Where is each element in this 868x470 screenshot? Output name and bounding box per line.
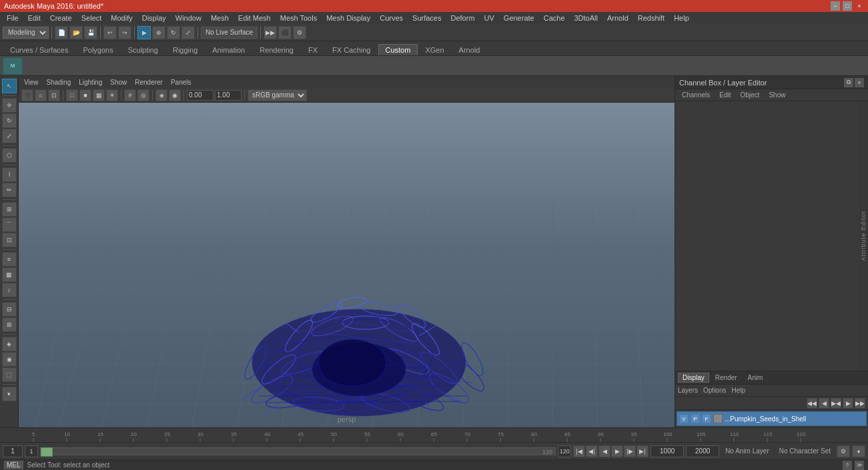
shelf-tab-polygons[interactable]: Polygons (75, 44, 120, 55)
layer-tab-display[interactable]: Display (678, 373, 709, 383)
maximize-button[interactable]: □ (843, 1, 852, 11)
layer-tab-anim[interactable]: Anim (743, 373, 768, 383)
rotate-tool-button[interactable]: ↻ (167, 26, 180, 39)
mel-script-button[interactable]: MEL (4, 461, 23, 469)
vp-shaded-button[interactable]: ■ (79, 89, 91, 101)
menu-editmesh[interactable]: Edit Mesh (234, 13, 275, 23)
shelf-tab-fxcaching[interactable]: FX Caching (325, 44, 378, 55)
vp-select-type[interactable]: ◈ (155, 89, 167, 101)
vp-menu-panels[interactable]: Panels (168, 79, 194, 86)
workspace-selector[interactable]: Modeling (3, 27, 49, 39)
vp-light-button[interactable]: ☀ (106, 89, 118, 101)
menu-display[interactable]: Display (138, 13, 170, 23)
shelf-tab-animation[interactable]: Animation (205, 44, 252, 55)
save-file-button[interactable]: 💾 (84, 26, 97, 39)
menu-arnold[interactable]: Arnold (603, 13, 632, 23)
no-live-surface-button[interactable]: No Live Surface (201, 27, 258, 39)
menu-modify[interactable]: Modify (107, 13, 136, 23)
layer-item[interactable]: V P F ...Pumpkin_Seeds_in_Shell (677, 411, 867, 426)
minimize-button[interactable]: − (831, 1, 840, 11)
menu-meshdisplay[interactable]: Mesh Display (322, 13, 374, 23)
menu-cache[interactable]: Cache (540, 13, 569, 23)
display-layers-button[interactable]: ≡ (2, 252, 17, 267)
render-settings-button[interactable]: ⚙ (293, 26, 306, 39)
open-file-button[interactable]: 📂 (69, 26, 83, 39)
lasso-select-button[interactable]: ⌇ (2, 167, 17, 182)
menu-redshift[interactable]: Redshift (634, 13, 669, 23)
vp-menu-show[interactable]: Show (107, 79, 129, 86)
menu-3dtoall[interactable]: 3DtoAll (570, 13, 602, 23)
shelf-tab-rendering[interactable]: Rendering (252, 44, 301, 55)
vp-grid-toggle[interactable]: # (124, 89, 136, 101)
panel-tab-show[interactable]: Show (765, 91, 789, 99)
play-back-button[interactable]: ◀ (598, 445, 610, 457)
transform-tool-button[interactable]: ⊕ (152, 26, 165, 39)
time-slider-thumb[interactable] (41, 447, 53, 457)
go-to-end-button[interactable]: ▶| (636, 445, 648, 457)
batch-render-button[interactable]: ⬛ (278, 26, 292, 39)
layer-visibility-v[interactable]: V (679, 414, 689, 423)
menu-meshtools[interactable]: Mesh Tools (276, 13, 321, 23)
layer-menu-layers[interactable]: Layers (678, 387, 698, 394)
shelf-tab-arnold[interactable]: Arnold (452, 44, 488, 55)
panel-tab-channels[interactable]: Channels (678, 91, 714, 99)
undo-button[interactable]: ↩ (103, 26, 117, 39)
menu-select[interactable]: Select (77, 13, 106, 23)
menu-curves[interactable]: Curves (376, 13, 407, 23)
panel-tab-edit[interactable]: Edit (715, 91, 735, 99)
shelf-tab-fx[interactable]: FX (301, 44, 325, 55)
menu-uv[interactable]: UV (480, 13, 498, 23)
script-editor-icon[interactable]: ≫ (855, 461, 864, 470)
layer-ctrl-forward[interactable]: ▶▶ (855, 398, 865, 409)
node-editor-button[interactable]: ◉ (2, 352, 17, 367)
vp-menu-shading[interactable]: Shading (44, 79, 74, 86)
menu-create[interactable]: Create (46, 13, 76, 23)
vp-wireframe-button[interactable]: □ (66, 89, 78, 101)
snap-curve-button[interactable]: ⌒ (2, 217, 17, 232)
hypergraph-button[interactable]: ◈ (2, 337, 17, 351)
menu-generate[interactable]: Generate (500, 13, 538, 23)
render-layer-button[interactable]: ▦ (2, 267, 17, 282)
menu-mesh[interactable]: Mesh (207, 13, 233, 23)
menu-surfaces[interactable]: Surfaces (408, 13, 445, 23)
layer-menu-options[interactable]: Options (703, 387, 726, 394)
attribute-editor-tab[interactable]: Attribute Editor (859, 101, 868, 371)
move-tool-lt[interactable]: ✛ (2, 98, 17, 113)
playback-end-input[interactable]: 2000 (686, 445, 719, 457)
viewport-canvas[interactable]: X Y Z persp (19, 103, 675, 427)
vp-far-clip[interactable] (215, 90, 242, 101)
snap-point-button[interactable]: ⊡ (2, 233, 17, 247)
shelf-tab-curves[interactable]: Curves / Surfaces (3, 44, 75, 55)
vp-isolate[interactable]: ◉ (169, 89, 181, 101)
vp-texture-button[interactable]: ▦ (93, 89, 105, 101)
vp-cam-select[interactable]: 🎥 (21, 89, 33, 101)
playback-settings-button[interactable]: ⚙ (837, 445, 850, 457)
step-forward-button[interactable]: |▶ (624, 445, 636, 457)
step-back-button[interactable]: ◀| (586, 445, 598, 457)
vp-near-clip[interactable] (187, 90, 213, 101)
play-forward-button[interactable]: ▶ (611, 445, 623, 457)
uv-editor-button[interactable]: ⬚ (2, 367, 17, 382)
anim-layer-button[interactable]: ♪ (2, 283, 17, 297)
quick-layout-button[interactable]: ⊟ (2, 302, 17, 317)
time-slider[interactable]: 120 (40, 447, 556, 455)
show-manip-button[interactable]: ⬡ (2, 148, 17, 163)
layer-color-swatch[interactable] (713, 414, 723, 423)
vp-home-button[interactable]: ⌂ (35, 89, 47, 101)
shelf-tab-sculpting[interactable]: Sculpting (121, 44, 165, 55)
layer-ctrl-play-back[interactable]: ▶◀ (831, 398, 841, 409)
select-mode-button[interactable]: ↖ (2, 79, 17, 93)
shelf-tab-custom[interactable]: Custom (378, 44, 418, 55)
playback-speed-input[interactable]: 1000 (650, 445, 684, 457)
go-to-start-button[interactable]: |◀ (573, 445, 585, 457)
vp-color-profile[interactable]: sRGB gamma (248, 89, 307, 101)
layer-playback-p[interactable]: P (691, 414, 700, 423)
layer-ctrl-play[interactable]: ▶ (843, 398, 853, 409)
rp-close-button[interactable]: × (855, 78, 864, 87)
timeline-area[interactable]: 5 10 15 20 25 30 35 40 45 50 55 60 65 (0, 427, 868, 442)
snap-grid-button[interactable]: ⊞ (2, 202, 17, 217)
more-tools-button[interactable]: ▾ (2, 387, 17, 401)
scale-tool-lt[interactable]: ⤢ (2, 129, 17, 143)
shelf-tab-rigging[interactable]: Rigging (165, 44, 205, 55)
vp-menu-renderer[interactable]: Renderer (132, 79, 165, 86)
